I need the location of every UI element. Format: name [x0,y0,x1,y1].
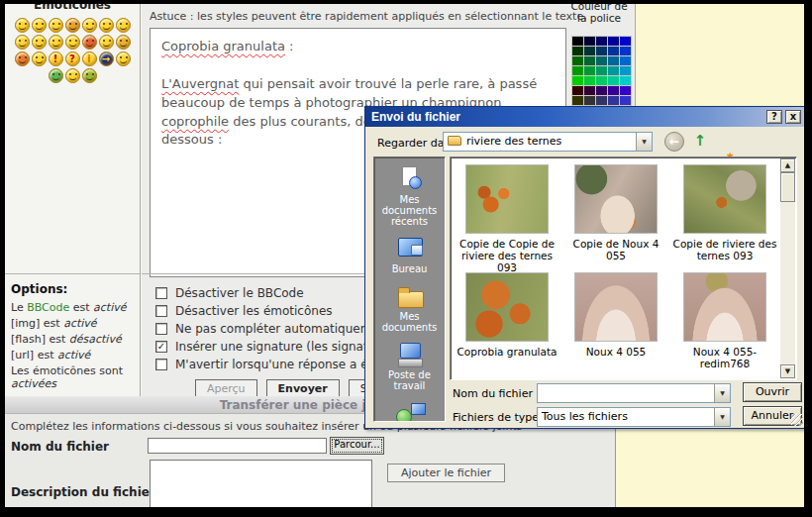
chevron-down-icon[interactable]: ▼ [636,133,652,151]
look-in-combobox[interactable]: riviere des ternes ▼ [443,132,653,152]
emoticon-evil-geek[interactable] [82,68,97,83]
emoticon-shocked[interactable] [99,18,114,33]
font-color-swatch[interactable] [620,86,631,95]
emoticon-dizzy[interactable] [65,18,80,33]
places-bar-item[interactable]: Mes documents récents [374,166,445,227]
places-bar-item[interactable]: Favoris réseau [374,400,445,422]
file-thumbnail-item[interactable]: Noux 4 055-redim768 [670,270,779,373]
font-color-swatch[interactable] [572,96,583,105]
file-thumbnail-item[interactable]: Copie de Noux 4 055 [561,162,670,265]
dialog-filename-combobox[interactable]: ▼ [537,383,731,403]
font-color-swatch[interactable] [608,56,619,65]
emoticon-angry[interactable] [116,35,131,50]
checkbox[interactable]: ✓ [155,341,167,353]
font-color-swatch[interactable] [608,96,619,105]
chevron-down-icon[interactable]: ▼ [714,408,730,426]
help-icon[interactable]: ? [766,110,782,124]
font-color-swatch[interactable] [596,37,607,46]
font-color-swatch[interactable] [572,37,583,46]
back-icon[interactable]: ← [664,132,684,152]
font-color-swatch[interactable] [572,76,583,85]
attachment-description-textarea[interactable] [150,460,372,507]
font-color-swatch[interactable] [572,86,583,95]
preview-button[interactable]: Aperçu [195,379,257,396]
emoticon-grin[interactable] [65,35,80,50]
emoticon-neutral[interactable] [49,18,63,33]
submit-button[interactable]: Envoyer [266,379,340,396]
checkbox[interactable] [155,287,167,299]
emoticon-exclaim[interactable]: ! [49,52,63,66]
font-color-swatch[interactable] [596,47,607,55]
font-color-swatch[interactable] [584,86,595,95]
open-button[interactable]: Ouvrir [743,382,802,402]
font-color-swatch[interactable] [620,96,631,105]
font-color-swatch[interactable] [620,66,631,75]
font-color-swatch[interactable] [596,66,607,75]
font-color-swatch[interactable] [572,66,583,75]
font-color-swatch[interactable] [584,96,595,105]
font-color-swatch[interactable] [596,96,607,105]
scrollbar-thumb[interactable] [780,172,795,202]
font-color-swatch[interactable] [584,47,595,55]
font-color-swatch[interactable] [584,76,595,85]
resize-grip[interactable] [791,414,803,426]
scroll-up-icon[interactable]: ▲ [780,158,795,172]
font-color-swatch[interactable] [596,56,607,65]
emoticon-arrow[interactable]: → [99,52,114,66]
font-color-swatch[interactable] [608,66,619,75]
font-color-swatch[interactable] [608,86,619,95]
font-color-swatch[interactable] [584,37,595,46]
emoticon-idea[interactable]: i [82,52,97,66]
places-bar-item[interactable]: Poste de travail [374,342,445,391]
emoticon-embarrassed[interactable] [49,35,63,50]
checkbox[interactable] [155,359,167,370]
forum-posting-page: Émoticônes !?i→ Options: Le BBCode est a… [5,4,804,507]
close-icon[interactable]: x [785,110,801,124]
checkbox[interactable] [155,323,167,335]
filetype-combobox[interactable]: Tous les fichiers ▼ [537,407,731,427]
font-color-swatch[interactable] [620,37,631,46]
emoticon-laughing[interactable] [32,35,47,50]
emoticon-geek[interactable] [65,68,80,83]
emoticon-red-mad[interactable] [82,35,97,50]
add-file-button[interactable]: Ajouter le fichier [387,464,505,482]
emoticon-crying[interactable] [99,35,114,50]
emoticon-surprised[interactable] [82,18,97,33]
font-color-swatch[interactable] [620,47,631,55]
emoticon-sad[interactable] [32,52,47,66]
chevron-down-icon[interactable]: ▼ [714,384,730,402]
emoticon-mr-green[interactable] [49,68,63,83]
emoticon-twisted-evil[interactable] [15,52,30,66]
attachment-filename-input[interactable] [148,438,327,454]
dialog-titlebar[interactable]: Envoi du fichier [365,107,804,127]
places-bar-item[interactable]: Bureau [374,236,445,274]
emoticon-question[interactable]: ? [65,52,80,66]
bbcode-link[interactable]: BBCode [27,301,69,314]
font-color-swatch[interactable] [620,76,631,85]
checkbox[interactable] [155,305,167,317]
font-color-swatch[interactable] [608,76,619,85]
emoticon-very-happy[interactable] [15,18,30,33]
font-color-swatch[interactable] [608,47,619,55]
browse-button[interactable]: Parcour... [330,437,384,455]
font-color-swatch[interactable] [620,56,631,65]
up-folder-icon[interactable]: ↑ [690,132,710,152]
file-thumbnail-item[interactable]: Copie de Copie de riviere des ternes 093 [453,162,561,265]
font-color-swatch[interactable] [596,76,607,85]
font-color-swatch[interactable] [584,66,595,75]
file-thumbnail-item[interactable]: Coprobia granulata [453,270,561,373]
emoticon-smile[interactable] [32,18,47,33]
font-color-swatch[interactable] [572,47,583,55]
emoticon-cool[interactable] [15,35,30,50]
emoticon-razz[interactable] [116,52,131,66]
font-color-swatch[interactable] [584,56,595,65]
scroll-down-icon[interactable]: ▼ [780,364,795,378]
font-color-swatch[interactable] [596,86,607,95]
font-color-swatch[interactable] [608,37,619,46]
emoticon-wink[interactable] [116,18,131,33]
file-thumbnail-item[interactable]: Noux 4 055 [561,270,670,373]
font-color-swatch[interactable] [572,56,583,65]
file-thumbnail-item[interactable]: Copie de riviere des ternes 093 [670,162,779,265]
places-bar-item[interactable]: Mes documents [374,283,445,333]
file-list-scrollbar[interactable]: ▲ ▼ [780,158,795,378]
